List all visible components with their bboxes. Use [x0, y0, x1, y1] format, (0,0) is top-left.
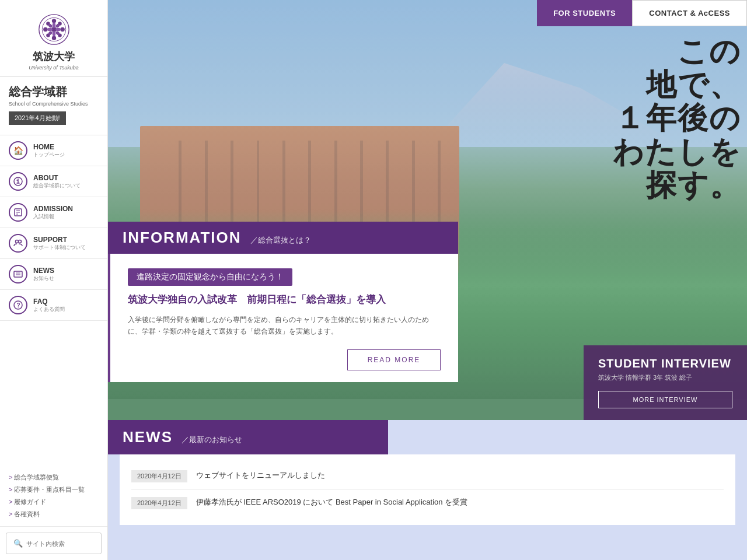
hero-line-3: １年後の — [613, 102, 741, 135]
home-icon: 🏠 — [9, 141, 27, 160]
nav-support-en: SUPPORT — [33, 236, 86, 244]
info-card-body: 入学後に学問分野を俯瞰しながら専門を定め、自らのキャリアを主体的に切り拓きたい人… — [128, 314, 441, 338]
news-title: NEWS — [123, 428, 173, 446]
info-header: INFORMATION ／総合選抜とは？ — [108, 222, 458, 254]
svg-point-5 — [60, 27, 64, 31]
nav-home-jp: トップページ — [33, 151, 65, 159]
main-content: FOR STUDENTS CONTACT & AcCESS この 地で、 １年後… — [108, 0, 747, 560]
svg-point-26 — [19, 240, 22, 243]
top-nav-buttons: FOR STUDENTS CONTACT & AcCESS — [537, 0, 747, 26]
nav-faq-jp: よくある質問 — [33, 306, 65, 313]
hero-text-overlay: この 地で、 １年後の わたしを 探す。 — [613, 35, 741, 202]
nav-news-en: NEWS — [33, 267, 54, 275]
sidebar-links-area: 総合学域群便覧 応募要件・重点科目一覧 履修ガイド 各種資料 — [0, 466, 107, 527]
info-title: INFORMATION — [123, 229, 242, 247]
launch-badge: 2021年4月始動! — [9, 111, 66, 125]
nav-admission-jp: 入試情報 — [33, 213, 73, 220]
student-interview-title: STUDENT INTERVIEW — [598, 357, 732, 370]
nav-item-support[interactable]: SUPPORT サポート体制について — [0, 228, 107, 259]
svg-point-11 — [52, 22, 55, 27]
news-text-1: ウェブサイトをリニューアルしました — [196, 470, 325, 481]
news-header: NEWS ／最新のお知らせ — [108, 420, 388, 454]
hero-line-1: この — [613, 35, 741, 68]
info-subtitle: ／総合選抜とは？ — [250, 235, 311, 246]
nav-item-about[interactable]: ABOUT 総合学域群について — [0, 166, 107, 197]
more-interview-button[interactable]: MORE INTERVIEW — [598, 391, 732, 408]
info-card-title: 筑波大学独自の入試改革 前期日程に「総合選抜」を導入 — [128, 293, 441, 307]
faq-icon: ? — [9, 296, 27, 314]
for-students-button[interactable]: FOR STUDENTS — [537, 0, 632, 26]
nav-about-jp: 総合学域群について — [33, 182, 81, 190]
nav-support-jp: サポート体制について — [33, 244, 86, 251]
news-icon — [9, 265, 27, 284]
search-box[interactable]: 🔍 — [6, 533, 102, 554]
information-section: INFORMATION ／総合選抜とは？ 進路決定の固定観念から自由になろう！ … — [108, 222, 458, 382]
news-text-2: 伊藤孝浩氏が IEEE ARSO2019 において Best Paper in … — [196, 497, 467, 508]
university-name-en: University of Tsukuba — [29, 65, 79, 71]
svg-rect-27 — [14, 271, 22, 277]
university-crest — [36, 12, 71, 47]
university-name-jp: 筑波大学 — [33, 50, 75, 64]
nav-item-faq[interactable]: ? FAQ よくある質問 — [0, 290, 107, 321]
support-icon — [9, 234, 27, 253]
student-interview-section: STUDENT INTERVIEW 筑波大学 情報学群 3年 筑波 総子 MOR… — [584, 345, 747, 420]
info-card: 進路決定の固定観念から自由になろう！ 筑波大学独自の入試改革 前期日程に「総合選… — [108, 254, 458, 382]
news-item-1[interactable]: 2020年4月12日 ウェブサイトをリニューアルしました — [131, 463, 724, 490]
nav-about-en: ABOUT — [33, 174, 81, 182]
svg-point-12 — [52, 31, 55, 36]
news-item-2[interactable]: 2020年4月12日 伊藤孝浩氏が IEEE ARSO2019 において Bes… — [131, 490, 724, 516]
svg-point-2 — [51, 19, 55, 23]
svg-point-3 — [51, 36, 55, 40]
hero-area: この 地で、 １年後の わたしを 探す。 INFORMATION ／総合選抜とは… — [108, 0, 747, 420]
nav-faq-en: FAQ — [33, 298, 65, 306]
link-guide[interactable]: 履修ガイド — [9, 496, 99, 508]
search-input[interactable] — [26, 540, 94, 547]
nav-home-en: HOME — [33, 143, 65, 151]
svg-point-13 — [47, 27, 52, 31]
news-items-container: 2020年4月12日 ウェブサイトをリニューアルしました 2020年4月12日 … — [120, 454, 735, 525]
hero-line-4: わたしを — [613, 135, 741, 169]
hero-line-2: 地で、 — [613, 68, 741, 102]
search-icon: 🔍 — [13, 539, 23, 548]
admission-icon — [9, 203, 27, 222]
svg-point-20 — [18, 178, 19, 180]
nav-item-news[interactable]: NEWS お知らせ — [0, 259, 107, 290]
nav-item-admission[interactable]: ADMISSION 入試情報 — [0, 197, 107, 228]
link-requirements[interactable]: 応募要件・重点科目一覧 — [9, 484, 99, 496]
link-overview[interactable]: 総合学域群便覧 — [9, 471, 99, 484]
school-name-jp: 総合学域群 — [9, 84, 99, 100]
school-name-area: 総合学域群 School of Comprehensive Studies 20… — [0, 77, 107, 135]
read-more-button[interactable]: READ MORE — [347, 349, 441, 370]
nav-news-jp: お知らせ — [33, 275, 54, 282]
svg-text:?: ? — [17, 302, 20, 309]
school-name-en: School of Comprehensive Studies — [9, 101, 99, 107]
nav-admission-en: ADMISSION — [33, 205, 73, 213]
svg-point-14 — [55, 27, 61, 31]
news-section: NEWS ／最新のお知らせ 2020年4月12日 ウェブサイトをリニューアルしま… — [108, 420, 747, 560]
about-icon — [9, 172, 27, 191]
contact-access-button[interactable]: CONTACT & AcCESS — [632, 0, 747, 26]
sidebar: 筑波大学 University of Tsukuba 総合学域群 School … — [0, 0, 108, 560]
svg-point-4 — [43, 27, 47, 31]
nav-item-home[interactable]: 🏠 HOME トップページ — [0, 135, 107, 166]
news-date-2: 2020年4月12日 — [131, 497, 187, 509]
logo-area: 筑波大学 University of Tsukuba — [0, 0, 107, 77]
hero-line-5: 探す。 — [613, 169, 741, 202]
news-date-1: 2020年4月12日 — [131, 470, 187, 482]
news-subtitle: ／最新のお知らせ — [181, 435, 242, 445]
student-interview-name: 筑波大学 情報学群 3年 筑波 総子 — [598, 373, 732, 382]
main-nav: 🏠 HOME トップページ ABOUT 総合学域群について — [0, 135, 107, 466]
info-tag: 進路決定の固定観念から自由になろう！ — [128, 268, 292, 286]
link-materials[interactable]: 各種資料 — [9, 508, 99, 520]
